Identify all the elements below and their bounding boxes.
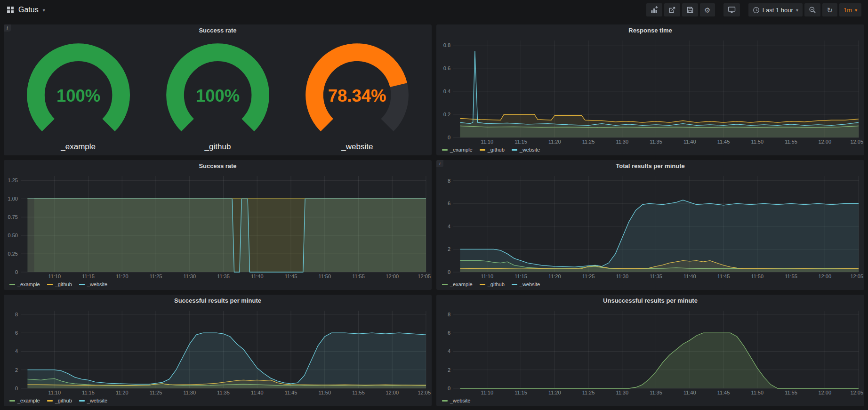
save-button[interactable] — [682, 3, 698, 16]
gauge-value: 78.34% — [328, 86, 386, 105]
x-axis-tick-label: 12:00 — [386, 390, 399, 395]
x-axis-tick-label: 11:25 — [582, 139, 595, 145]
series-area-_website — [460, 200, 859, 272]
y-axis-tick-label: 0 — [15, 269, 18, 275]
dashboard-grid-icon[interactable] — [7, 6, 14, 14]
total-results-chart[interactable]: 0246811:1011:1511:2011:2511:3011:3511:40… — [436, 172, 864, 281]
response-time-chart[interactable]: 00.20.40.60.811:1011:1511:2011:2511:3011… — [436, 37, 864, 146]
x-axis-tick-label: 11:25 — [582, 390, 595, 395]
legend-swatch-icon — [9, 400, 15, 402]
y-axis-tick-label: 4 — [448, 224, 450, 229]
x-axis-tick-label: 11:30 — [616, 273, 628, 279]
panel-successful-results: Successful results per minute 0246811:10… — [4, 295, 432, 406]
x-axis-tick-label: 11:45 — [717, 273, 730, 279]
panel-response-time: Response time 00.20.40.60.811:1011:1511:… — [436, 24, 864, 155]
y-axis-tick-label: 6 — [448, 330, 450, 336]
legend-item-_example[interactable]: _example — [442, 147, 473, 153]
add-panel-button[interactable] — [646, 3, 662, 16]
x-axis-tick-label: 12:05 — [850, 139, 863, 145]
legend-item-_website[interactable]: _website — [512, 281, 540, 287]
successful-results-chart[interactable]: 0246811:1011:1511:2011:2511:3011:3511:40… — [4, 307, 432, 397]
x-axis-tick-label: 11:40 — [251, 273, 264, 279]
chart-svg: 00.20.40.60.811:1011:1511:2011:2511:3011… — [436, 37, 864, 146]
gauge-arc: 100% — [16, 42, 141, 141]
legend-item-_example[interactable]: _example — [442, 281, 473, 287]
zoom-out-icon — [809, 6, 816, 14]
legend-item-_website[interactable]: _website — [79, 281, 107, 287]
legend-item-_github[interactable]: _github — [47, 281, 72, 287]
x-axis-tick-label: 12:00 — [818, 139, 831, 145]
gauge-_example: 100%_example — [8, 40, 148, 152]
x-axis-tick-label: 12:00 — [818, 273, 831, 279]
x-axis-tick-label: 11:30 — [183, 273, 196, 279]
legend-swatch-icon — [480, 149, 485, 151]
settings-button[interactable]: ⚙ — [700, 3, 715, 16]
legend-item-_example[interactable]: _example — [9, 281, 40, 287]
x-axis-tick-label: 11:15 — [82, 390, 95, 395]
panel-title[interactable]: Response time — [436, 24, 864, 37]
chevron-down-icon[interactable]: ▾ — [43, 8, 45, 13]
legend-swatch-icon — [79, 400, 85, 402]
refresh-interval-button[interactable]: 1m ▾ — [839, 3, 861, 16]
panel-legend: _example_github_website — [436, 146, 864, 155]
legend-swatch-icon — [47, 284, 53, 285]
gauge-value: 100% — [196, 86, 240, 105]
legend-item-_github[interactable]: _github — [47, 398, 72, 403]
panel-title[interactable]: Unsuccessful results per minute — [436, 295, 864, 307]
panel-title[interactable]: Success rate — [4, 160, 432, 172]
panel-title[interactable]: Total results per minute — [436, 160, 864, 172]
dashboard-title[interactable]: Gatus — [18, 6, 39, 14]
gauge-_website: 78.34%_website — [288, 40, 427, 152]
legend-item-_github[interactable]: _github — [480, 147, 505, 153]
x-axis-tick-label: 11:15 — [82, 273, 95, 279]
x-axis-tick-label: 11:50 — [318, 390, 331, 395]
legend-item-_example[interactable]: _example — [9, 398, 40, 403]
x-axis-tick-label: 11:30 — [183, 390, 196, 395]
gauge-arc: 100% — [155, 42, 280, 141]
y-axis-tick-label: 4 — [448, 348, 450, 354]
legend-item-_website[interactable]: _website — [79, 398, 107, 403]
x-axis-tick-label: 11:50 — [751, 139, 764, 145]
y-axis-tick-label: 2 — [15, 367, 18, 373]
x-axis-tick-label: 11:25 — [582, 273, 595, 279]
gauge-label: _github — [205, 142, 231, 152]
panel-legend: _example_github_website — [436, 281, 864, 290]
x-axis-tick-label: 12:00 — [818, 390, 831, 395]
success-rate-chart[interactable]: 00.250.500.751.001.2511:1011:1511:2011:2… — [4, 172, 432, 281]
x-axis-tick-label: 12:05 — [850, 273, 863, 279]
cycle-view-button[interactable] — [723, 3, 740, 16]
x-axis-tick-label: 11:20 — [548, 139, 561, 145]
refresh-button[interactable]: ↻ — [822, 3, 837, 16]
legend-label: _github — [55, 398, 72, 403]
grid-icon — [7, 6, 14, 14]
panel-success-rate-graph: Success rate 00.250.500.751.001.2511:101… — [4, 160, 432, 290]
panel-info-icon[interactable]: i — [4, 24, 11, 32]
legend-label: _website — [520, 281, 540, 287]
legend-item-_website[interactable]: _website — [512, 147, 540, 153]
legend-item-_github[interactable]: _github — [480, 281, 505, 287]
navbar: Gatus ▾ ⚙ — [0, 0, 868, 20]
gauge-chart[interactable]: 100%_example100%_github78.34%_website — [4, 37, 432, 155]
x-axis-tick-label: 11:35 — [650, 139, 662, 145]
unsuccessful-results-chart[interactable]: 0246811:1011:1511:2011:2511:3011:3511:40… — [436, 307, 864, 397]
monitor-icon — [728, 6, 736, 14]
legend-swatch-icon — [47, 400, 53, 402]
share-button[interactable] — [664, 3, 680, 16]
x-axis-tick-label: 11:45 — [285, 273, 297, 279]
y-axis-tick-label: 8 — [15, 312, 18, 317]
gauge-arc: 78.34% — [295, 42, 419, 141]
x-axis-tick-label: 12:05 — [418, 273, 431, 279]
x-axis-tick-label: 11:55 — [785, 139, 797, 145]
panel-unsuccessful-results: Unsuccessful results per minute 0246811:… — [436, 295, 864, 406]
time-range-button[interactable]: Last 1 hour ▾ — [748, 3, 803, 16]
legend-item-_website[interactable]: _website — [442, 398, 470, 403]
navbar-left: Gatus ▾ — [7, 6, 45, 14]
panel-info-icon[interactable]: i — [436, 160, 443, 167]
zoom-out-button[interactable] — [804, 3, 820, 16]
y-axis-tick-label: 0 — [448, 386, 450, 391]
y-axis-tick-label: 0 — [15, 386, 18, 391]
panel-title[interactable]: Successful results per minute — [4, 295, 432, 307]
panel-legend: _example_github_website — [4, 281, 432, 290]
panel-title[interactable]: Success rate — [4, 24, 432, 37]
x-axis-tick-label: 11:55 — [352, 273, 365, 279]
